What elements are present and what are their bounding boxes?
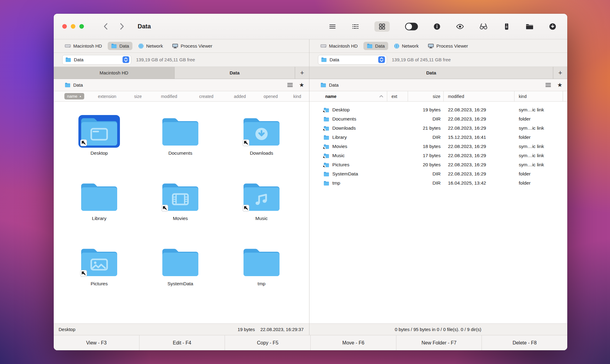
column-header-modified[interactable]: modified: [444, 91, 514, 101]
menu-icon[interactable]: [329, 23, 336, 30]
table-row-movies[interactable]: Movies18 bytes22.08.2023, 16:29sym…ic li…: [309, 142, 567, 151]
path-bar-left: Data 139,19 GB of 245,11 GB free: [54, 53, 309, 67]
modified-cell: 15.12.2023, 16:41: [444, 135, 514, 140]
table-row-downloads[interactable]: Downloads21 bytes22.08.2023, 16:29sym…ic…: [309, 124, 567, 133]
back-button[interactable]: [103, 23, 108, 30]
toggle-switch-icon[interactable]: [405, 23, 418, 31]
file-item-music[interactable]: Music: [221, 180, 302, 246]
column-header-size[interactable]: size: [408, 91, 444, 101]
table-view-icon[interactable]: [352, 23, 359, 30]
grid-view-icon[interactable]: [374, 21, 390, 32]
folder-icon-none: [78, 180, 120, 213]
column-header-kind[interactable]: kind: [287, 94, 308, 99]
function-button-move-f6[interactable]: Move - F6: [311, 335, 396, 350]
device-tab-data[interactable]: Data: [108, 42, 132, 50]
folder-tab-data[interactable]: Data: [175, 67, 295, 79]
file-item-downloads[interactable]: Downloads: [221, 115, 302, 180]
archive-icon[interactable]: [503, 23, 510, 30]
status-selected-name: Desktop: [59, 327, 75, 332]
symlink-badge-icon: [323, 165, 326, 168]
folder-icon-download: [241, 115, 282, 148]
file-item-documents[interactable]: Documents: [140, 115, 221, 180]
display-icon: [428, 43, 434, 49]
dropdown-stepper-icon[interactable]: [378, 56, 385, 63]
device-tab-macintosh-hd[interactable]: Macintosh HD: [61, 42, 105, 50]
device-tab-process-viewer[interactable]: Process Viewer: [424, 42, 471, 50]
file-name: Documents: [332, 116, 356, 122]
fullscreen-button[interactable]: [79, 24, 84, 29]
path-selector-right[interactable]: Data: [318, 55, 387, 65]
file-name: Downloads: [250, 150, 273, 156]
table-row-tmp[interactable]: tmpDIR16.04.2025, 13:42folder: [309, 178, 567, 188]
column-header-opened[interactable]: opened: [255, 94, 287, 99]
file-item-systemdata[interactable]: SystemData: [140, 246, 221, 311]
column-header-kind[interactable]: kind: [514, 91, 563, 101]
folder-icon: [65, 83, 70, 87]
close-button[interactable]: [62, 24, 67, 29]
file-item-pictures[interactable]: Pictures: [59, 246, 140, 311]
file-item-library[interactable]: Library: [59, 180, 140, 246]
network-folder-icon[interactable]: [525, 23, 534, 30]
device-tab-data[interactable]: Data: [363, 42, 388, 50]
add-tab-button[interactable]: +: [553, 67, 567, 79]
download-circle-icon[interactable]: [549, 23, 556, 30]
column-header-modified[interactable]: modified: [150, 94, 188, 99]
column-header-ext[interactable]: ext: [387, 91, 408, 101]
eye-icon[interactable]: [456, 23, 464, 30]
column-header-created[interactable]: created: [188, 94, 225, 99]
folder-tab-macintosh-hd[interactable]: Macintosh HD: [54, 67, 175, 79]
favorites-star-icon[interactable]: ★: [299, 82, 304, 88]
folder-icon: [323, 163, 329, 167]
forward-button[interactable]: [120, 23, 124, 30]
binoculars-icon[interactable]: [479, 23, 488, 30]
function-button-view-f3[interactable]: View - F3: [54, 335, 139, 350]
table-row-music[interactable]: Music17 bytes22.08.2023, 16:29sym…ic lin…: [309, 151, 567, 160]
column-header-added[interactable]: added: [225, 94, 255, 99]
symlink-badge-icon: [323, 147, 326, 150]
table-row-documents[interactable]: DocumentsDIR22.08.2023, 16:29folder: [309, 114, 567, 124]
view-menu-icon[interactable]: [545, 83, 551, 87]
size-cell: 17 bytes: [408, 153, 444, 158]
path-bar-right: Data 139,19 GB of 245,11 GB free: [309, 53, 567, 67]
device-tab-macintosh-hd[interactable]: Macintosh HD: [317, 42, 361, 50]
modified-cell: 22.08.2023, 16:29: [444, 162, 514, 168]
file-name: tmp: [332, 180, 340, 186]
add-tab-button[interactable]: +: [295, 67, 309, 79]
kind-cell: sym…ic link: [514, 107, 567, 113]
table-row-systemdata[interactable]: SystemDataDIR22.08.2023, 16:29folder: [309, 169, 567, 178]
file-item-desktop[interactable]: Desktop: [59, 115, 140, 180]
breadcrumb-bar-right: Data ★: [309, 79, 567, 91]
view-menu-icon[interactable]: [287, 83, 293, 87]
column-header-name[interactable]: name▲: [60, 93, 89, 99]
status-summary: 0 bytes / 95 bytes in 0 / 0 file(s). 0 /…: [395, 327, 481, 332]
info-icon[interactable]: [433, 23, 441, 30]
kind-cell: folder: [514, 180, 567, 186]
file-item-tmp[interactable]: tmp: [221, 246, 302, 311]
function-button-edit-f4[interactable]: Edit - F4: [139, 335, 225, 350]
favorites-star-icon[interactable]: ★: [557, 82, 562, 88]
folder-tab-label: Macintosh HD: [99, 70, 128, 75]
device-tab-label: Process Viewer: [436, 43, 468, 49]
folder-icon-pictures: [78, 246, 120, 278]
device-tab-network[interactable]: Network: [391, 42, 422, 50]
device-tab-network[interactable]: Network: [135, 42, 166, 50]
function-button-new-folder-f7[interactable]: New Folder - F7: [396, 335, 482, 350]
column-header-extension[interactable]: extension: [89, 94, 125, 99]
column-header-size[interactable]: size: [125, 94, 150, 99]
function-button-copy-f5[interactable]: Copy - F5: [225, 335, 311, 350]
dropdown-stepper-icon[interactable]: [122, 56, 129, 63]
table-row-library[interactable]: LibraryDIR15.12.2023, 16:41folder: [309, 133, 567, 142]
column-header-name[interactable]: name: [309, 91, 387, 101]
modified-cell: 22.08.2023, 16:29: [444, 153, 514, 158]
traffic-lights: [62, 24, 84, 29]
device-tab-process-viewer[interactable]: Process Viewer: [169, 42, 216, 50]
file-item-movies[interactable]: Movies: [140, 180, 221, 246]
folder-tab-bar-right: Data+: [309, 67, 567, 79]
function-button-delete-f8[interactable]: Delete - F8: [482, 335, 567, 350]
path-selector-left[interactable]: Data: [62, 55, 131, 65]
table-row-desktop[interactable]: Desktop19 bytes22.08.2023, 16:29sym…ic l…: [309, 105, 567, 114]
folder-tab-data[interactable]: Data: [309, 67, 553, 79]
table-row-pictures[interactable]: Pictures20 bytes22.08.2023, 16:29sym…ic …: [309, 160, 567, 169]
kind-cell: folder: [514, 171, 567, 177]
minimize-button[interactable]: [71, 24, 75, 29]
